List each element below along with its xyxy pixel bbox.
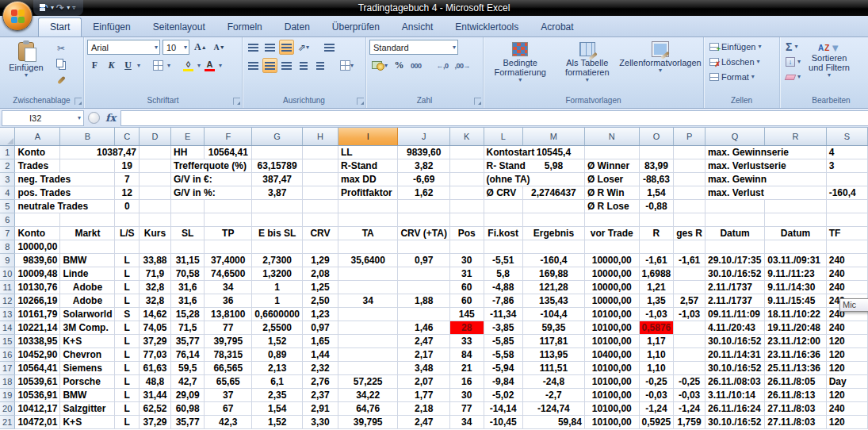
cell-G20[interactable]: 1,54: [252, 401, 303, 415]
cell-C19[interactable]: L: [115, 388, 140, 401]
cell-L17[interactable]: -5,94: [484, 361, 522, 374]
cell-I1[interactable]: LL: [338, 145, 398, 159]
cell-Q10[interactable]: 30.10./16:52: [705, 267, 764, 280]
cell-B8[interactable]: [60, 240, 115, 253]
align-right-button[interactable]: [279, 58, 294, 73]
tab-start[interactable]: Start: [38, 17, 82, 36]
cell-H19[interactable]: 2,37: [303, 388, 338, 401]
cell-I18[interactable]: 57,225: [338, 374, 398, 388]
row-header-11[interactable]: 11: [0, 280, 15, 294]
cell-P18[interactable]: -0,25: [674, 374, 705, 388]
cell-R15[interactable]: 23.11./12:00: [765, 334, 826, 347]
cell-G7[interactable]: E bis SL: [252, 226, 303, 240]
cell-E11[interactable]: 31,6: [170, 280, 204, 294]
cell-R4[interactable]: [765, 186, 826, 199]
cell-R10[interactable]: 9.11./11:23: [765, 267, 826, 280]
cell-A17[interactable]: 10564,41: [15, 361, 60, 374]
cell-P21[interactable]: 1,759: [674, 415, 705, 428]
bold-button[interactable]: F: [87, 58, 102, 73]
cell-J18[interactable]: 2,07: [398, 374, 450, 388]
cell-O16[interactable]: 1,10: [639, 347, 674, 361]
cell-B2[interactable]: [60, 159, 115, 172]
cell-K20[interactable]: 77: [449, 401, 484, 415]
cell-P4[interactable]: [674, 186, 705, 199]
number-format-combo[interactable]: Standard▾: [369, 40, 458, 55]
tab-einfuegen[interactable]: Einfügen: [82, 18, 141, 36]
cell-M15[interactable]: 117,81: [522, 334, 584, 347]
cell-A15[interactable]: 10338,95: [15, 334, 60, 347]
cell-H14[interactable]: 0,97: [303, 321, 338, 334]
column-header-S[interactable]: S: [826, 128, 867, 145]
cell-K16[interactable]: 84: [449, 347, 484, 361]
font-color-button[interactable]: A: [202, 58, 217, 73]
format-painter-button[interactable]: [52, 73, 70, 87]
cell-G1[interactable]: [252, 145, 303, 159]
cell-G5[interactable]: [252, 199, 303, 213]
cell-L12[interactable]: -7,86: [484, 294, 522, 307]
cell-M17[interactable]: 111,51: [522, 361, 584, 374]
cell-N4[interactable]: Ø R Win: [584, 186, 639, 199]
cell-R6[interactable]: [765, 213, 826, 226]
cell-N8[interactable]: [584, 240, 639, 253]
cell-R5[interactable]: [765, 199, 826, 213]
cell-S11[interactable]: 240: [826, 280, 867, 294]
cell-C12[interactable]: L: [115, 294, 140, 307]
cell-G8[interactable]: [252, 240, 303, 253]
paste-button[interactable]: Einfügen ▾: [3, 40, 49, 95]
cell-N1[interactable]: [584, 145, 639, 159]
cell-F20[interactable]: 67: [205, 401, 252, 415]
cell-A5[interactable]: neutrale Trades: [15, 199, 60, 213]
cell-A19[interactable]: 10536,91: [15, 388, 60, 401]
cell-E12[interactable]: 31,6: [170, 294, 204, 307]
name-box[interactable]: I32▾: [2, 110, 84, 126]
cell-B19[interactable]: BMW: [60, 388, 115, 401]
cell-N14[interactable]: 10100,00: [584, 321, 639, 334]
cell-S16[interactable]: 120: [826, 347, 867, 361]
wrap-text-button[interactable]: [322, 40, 337, 55]
cell-Q3[interactable]: max. Gewinn: [705, 172, 764, 186]
cell-S1[interactable]: 4: [826, 145, 867, 159]
cell-K18[interactable]: 16: [449, 374, 484, 388]
cell-I19[interactable]: 34,22: [338, 388, 398, 401]
cell-F6[interactable]: [205, 213, 252, 226]
cell-L19[interactable]: -5,02: [484, 388, 522, 401]
cell-L20[interactable]: -14,14: [484, 401, 522, 415]
redo-dropdown-icon[interactable]: ▾: [67, 0, 70, 16]
row-header-1[interactable]: 1: [0, 145, 15, 159]
increase-indent-button[interactable]: [312, 58, 327, 73]
cell-J21[interactable]: 2,47: [398, 415, 450, 428]
cell-O9[interactable]: -1,61: [639, 253, 674, 267]
cell-K1[interactable]: [449, 145, 484, 159]
cell-F7[interactable]: TP: [205, 226, 252, 240]
cell-H9[interactable]: 1,29: [303, 253, 338, 267]
cell-C17[interactable]: L: [115, 361, 140, 374]
cell-B10[interactable]: Linde: [60, 267, 115, 280]
cell-Q16[interactable]: 20.11./14:31: [705, 347, 764, 361]
column-header-K[interactable]: K: [449, 128, 484, 145]
cell-P5[interactable]: [674, 199, 705, 213]
cell-F16[interactable]: 78,315: [205, 347, 252, 361]
cell-Q8[interactable]: [705, 240, 764, 253]
cell-S9[interactable]: 240: [826, 253, 867, 267]
cell-J10[interactable]: [398, 267, 450, 280]
cell-L2[interactable]: R- Stand: [484, 159, 522, 172]
cell-I4[interactable]: Profitfaktor: [338, 186, 398, 199]
cell-Q9[interactable]: 29.10./17:35: [705, 253, 764, 267]
row-header-2[interactable]: 2: [0, 159, 15, 172]
cell-A8[interactable]: 10000,00: [15, 240, 60, 253]
cell-H16[interactable]: 1,44: [303, 347, 338, 361]
cell-S3[interactable]: [826, 172, 867, 186]
font-size-combo[interactable]: 10▾: [163, 40, 189, 55]
cell-R8[interactable]: [765, 240, 826, 253]
cell-J5[interactable]: [398, 199, 450, 213]
align-top-button[interactable]: [246, 40, 261, 55]
tab-acrobat[interactable]: Acrobat: [530, 18, 584, 36]
cell-H13[interactable]: 1,23: [303, 307, 338, 321]
cell-A20[interactable]: 10412,17: [15, 401, 60, 415]
cell-J7[interactable]: CRV (+TA): [398, 226, 450, 240]
cell-M7[interactable]: Ergebnis: [522, 226, 584, 240]
row-header-21[interactable]: 21: [0, 415, 15, 428]
row-header-13[interactable]: 13: [0, 307, 15, 321]
customize-qat-icon[interactable]: ▿: [72, 0, 75, 16]
cell-B1[interactable]: 10387,47: [60, 145, 140, 159]
